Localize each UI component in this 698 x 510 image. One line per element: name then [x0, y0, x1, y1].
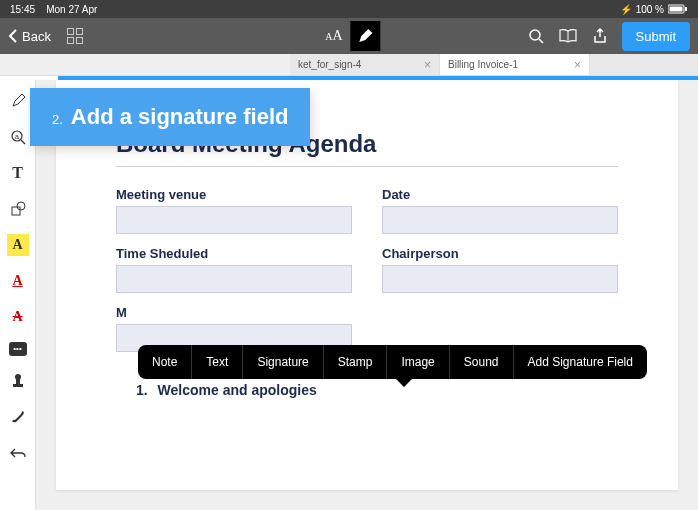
- menu-note[interactable]: Note: [138, 345, 192, 379]
- stamp-tool[interactable]: [7, 370, 29, 392]
- svg-line-4: [539, 39, 543, 43]
- field-label: Chairperson: [382, 246, 618, 261]
- agenda-list: 1. Welcome and apologies: [116, 382, 618, 398]
- underline-tool[interactable]: A: [7, 270, 29, 292]
- svg-rect-12: [16, 379, 20, 384]
- menu-text[interactable]: Text: [192, 345, 243, 379]
- undo-icon: [10, 446, 26, 460]
- menu-sound[interactable]: Sound: [450, 345, 514, 379]
- svg-rect-13: [13, 384, 23, 387]
- tutorial-callout: 2. Add a signature field: [30, 88, 310, 146]
- share-button[interactable]: [590, 26, 610, 46]
- tab-close-button[interactable]: ×: [566, 58, 581, 72]
- callout-number: 2.: [52, 112, 63, 127]
- svg-rect-9: [12, 207, 20, 215]
- field-label: Meeting venue: [116, 187, 352, 202]
- menu-stamp[interactable]: Stamp: [324, 345, 388, 379]
- tabs-bar: ket_for_sign-4 × Billing Invoice-1 ×: [0, 54, 698, 76]
- text-size-button[interactable]: AA: [317, 22, 350, 50]
- submit-button[interactable]: Submit: [622, 22, 690, 51]
- svg-point-3: [530, 30, 540, 40]
- svg-rect-2: [685, 7, 687, 11]
- svg-text:a: a: [15, 133, 19, 140]
- tab-close-button[interactable]: ×: [416, 58, 431, 72]
- tab-label: ket_for_sign-4: [298, 59, 361, 70]
- status-time: 15:45: [10, 4, 35, 15]
- book-icon: [559, 29, 577, 43]
- callout-text: Add a signature field: [71, 104, 289, 130]
- time-input[interactable]: [116, 265, 352, 293]
- undo-tool[interactable]: [7, 442, 29, 464]
- pen-tool[interactable]: [7, 90, 29, 112]
- battery-icon: [668, 4, 688, 14]
- thumbnails-button[interactable]: [67, 28, 83, 44]
- field-time: Time Sheduled: [116, 246, 352, 293]
- brush-icon: [10, 409, 26, 425]
- search-button[interactable]: [526, 26, 546, 46]
- zoom-text-tool[interactable]: a: [7, 126, 29, 148]
- svg-point-10: [17, 202, 25, 210]
- back-button[interactable]: Back: [8, 29, 51, 44]
- svg-line-8: [21, 140, 25, 144]
- stamp-icon: [11, 373, 25, 389]
- pen-icon: [10, 93, 26, 109]
- shape-tool[interactable]: [7, 198, 29, 220]
- brush-tool[interactable]: [7, 406, 29, 428]
- chair-input[interactable]: [382, 265, 618, 293]
- comment-tool[interactable]: •••: [9, 342, 27, 356]
- field-label: Time Sheduled: [116, 246, 352, 261]
- status-date: Mon 27 Apr: [46, 4, 97, 15]
- svg-rect-1: [670, 7, 683, 12]
- field-venue: Meeting venue: [116, 187, 352, 234]
- date-input[interactable]: [382, 206, 618, 234]
- tab-label: Billing Invoice-1: [448, 59, 518, 70]
- charging-icon: ⚡: [620, 4, 632, 15]
- agenda-text: Welcome and apologies: [158, 382, 317, 398]
- search-icon: [528, 28, 544, 44]
- annotate-button[interactable]: [351, 21, 381, 51]
- agenda-number: 1.: [136, 382, 148, 398]
- agenda-item: 1. Welcome and apologies: [136, 382, 618, 398]
- shape-icon: [10, 201, 26, 217]
- strikethrough-tool[interactable]: A: [7, 306, 29, 328]
- battery-percent: 100 %: [636, 4, 664, 15]
- field-label: Date: [382, 187, 618, 202]
- main-toolbar: Back AA Submit: [0, 18, 698, 54]
- field-chair: Chairperson: [382, 246, 618, 293]
- pencil-icon: [358, 28, 374, 44]
- title-divider: [116, 166, 618, 167]
- chevron-left-icon: [8, 29, 18, 43]
- bookmark-button[interactable]: [558, 26, 578, 46]
- menu-add-signature-field[interactable]: Add Signature Field: [514, 345, 647, 379]
- zoom-text-icon: a: [10, 129, 26, 145]
- highlight-tool[interactable]: A: [7, 234, 29, 256]
- field-date: Date: [382, 187, 618, 234]
- menu-image[interactable]: Image: [387, 345, 449, 379]
- share-icon: [593, 28, 607, 44]
- tab-document-2[interactable]: Billing Invoice-1 ×: [440, 54, 590, 75]
- field-label: M: [116, 305, 352, 320]
- menu-signature[interactable]: Signature: [243, 345, 323, 379]
- annotation-context-menu: Note Text Signature Stamp Image Sound Ad…: [138, 345, 647, 379]
- status-bar: 15:45 Mon 27 Apr ⚡ 100 %: [0, 0, 698, 18]
- back-label: Back: [22, 29, 51, 44]
- venue-input[interactable]: [116, 206, 352, 234]
- text-tool[interactable]: T: [7, 162, 29, 184]
- tab-document-1[interactable]: ket_for_sign-4 ×: [290, 54, 440, 75]
